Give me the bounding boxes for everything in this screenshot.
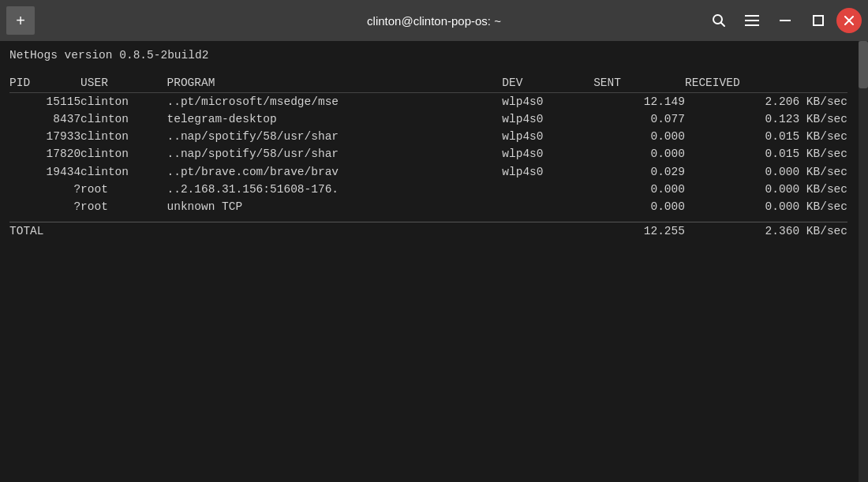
cell-sent: 0.029 [593, 163, 685, 181]
table-header: PID USER PROGRAM DEV SENT RECEIVED [9, 74, 847, 92]
cell-sent: 0.000 [593, 145, 685, 163]
total-label: TOTAL [9, 222, 593, 241]
titlebar: + clinton@clinton-pop-os: ~ [0, 0, 868, 41]
cell-program: ..2.168.31.156:51608-176. [167, 181, 503, 198]
cell-recv: 0.000 KB/sec [685, 181, 847, 198]
maximize-icon [813, 15, 824, 26]
cell-dev [502, 181, 593, 198]
maximize-button[interactable] [803, 6, 833, 35]
cell-dev: wlp4s0 [502, 163, 593, 181]
cell-dev [502, 198, 593, 215]
cell-sent: 0.077 [593, 110, 685, 128]
table-row: ? root unknown TCP 0.000 0.000 KB/sec [9, 198, 847, 215]
table-row: 19434 clinton ..pt/brave.com/brave/brav … [9, 163, 847, 181]
total-sent: 12.255 [593, 222, 685, 241]
scrollbar[interactable] [859, 41, 868, 482]
cell-user: clinton [80, 145, 166, 163]
version-line: NetHogs version 0.8.5-2build2 [9, 47, 847, 63]
separator-row [9, 216, 847, 222]
cell-sent: 0.000 [593, 128, 685, 145]
cell-program: ..pt/microsoft/msedge/mse [167, 92, 503, 110]
table-row: ? root ..2.168.31.156:51608-176. 0.000 0… [9, 181, 847, 198]
col-header-sent: SENT [593, 74, 685, 92]
cell-recv: 2.206 KB/sec [685, 92, 847, 110]
search-icon [712, 13, 726, 28]
table-row: 15115 clinton ..pt/microsoft/msedge/mse … [9, 92, 847, 110]
cell-pid: ? [9, 181, 80, 198]
cell-sent: 0.000 [593, 198, 685, 215]
cell-user: root [80, 198, 166, 215]
cell-recv: 0.000 KB/sec [685, 163, 847, 181]
cell-recv: 0.123 KB/sec [685, 110, 847, 128]
cell-user: clinton [80, 92, 166, 110]
cell-recv: 0.015 KB/sec [685, 145, 847, 163]
cell-pid: 8437 [9, 110, 80, 128]
cell-recv: 0.015 KB/sec [685, 128, 847, 145]
close-icon [844, 16, 854, 25]
cell-program: ..nap/spotify/58/usr/shar [167, 128, 503, 145]
col-header-user: USER [80, 74, 166, 92]
cell-sent: 12.149 [593, 92, 685, 110]
menu-button[interactable] [737, 6, 767, 35]
total-row: TOTAL 12.255 2.360 KB/sec [9, 222, 847, 241]
terminal-content: NetHogs version 0.8.5-2build2 PID USER P… [9, 47, 847, 240]
search-button[interactable] [704, 6, 734, 35]
nethogs-table: PID USER PROGRAM DEV SENT RECEIVED 15115… [9, 74, 847, 240]
table-body: 15115 clinton ..pt/microsoft/msedge/mse … [9, 92, 847, 240]
terminal[interactable]: NetHogs version 0.8.5-2build2 PID USER P… [0, 41, 868, 482]
cell-user: clinton [80, 110, 166, 128]
cell-program: unknown TCP [167, 198, 503, 215]
cell-user: clinton [80, 128, 166, 145]
cell-recv: 0.000 KB/sec [685, 198, 847, 215]
table-row: 17933 clinton ..nap/spotify/58/usr/shar … [9, 128, 847, 145]
cell-pid: ? [9, 198, 80, 215]
close-button[interactable] [836, 8, 862, 33]
cell-dev: wlp4s0 [502, 92, 593, 110]
titlebar-left: + [6, 6, 35, 35]
svg-rect-6 [814, 16, 823, 25]
table-row: 8437 clinton telegram-desktop wlp4s0 0.0… [9, 110, 847, 128]
cell-program: telegram-desktop [167, 110, 503, 128]
cell-program: ..nap/spotify/58/usr/shar [167, 145, 503, 163]
total-recv: 2.360 KB/sec [685, 222, 847, 241]
cell-pid: 17933 [9, 128, 80, 145]
cell-dev: wlp4s0 [502, 145, 593, 163]
cell-dev: wlp4s0 [502, 128, 593, 145]
titlebar-title: clinton@clinton-pop-os: ~ [367, 14, 501, 28]
cell-pid: 15115 [9, 92, 80, 110]
cell-pid: 17820 [9, 145, 80, 163]
scrollbar-thumb[interactable] [859, 41, 868, 88]
minimize-icon [780, 20, 791, 21]
cell-pid: 19434 [9, 163, 80, 181]
cell-user: clinton [80, 163, 166, 181]
col-header-received: RECEIVED [685, 74, 847, 92]
menu-icon [745, 15, 759, 26]
minimize-button[interactable] [770, 6, 800, 35]
col-header-dev: DEV [502, 74, 593, 92]
svg-line-1 [721, 23, 725, 27]
col-header-pid: PID [9, 74, 80, 92]
cell-program: ..pt/brave.com/brave/brav [167, 163, 503, 181]
titlebar-controls [704, 6, 862, 35]
cell-user: root [80, 181, 166, 198]
cell-dev: wlp4s0 [502, 110, 593, 128]
cell-sent: 0.000 [593, 181, 685, 198]
new-tab-button[interactable]: + [6, 6, 35, 35]
table-row: 17820 clinton ..nap/spotify/58/usr/shar … [9, 145, 847, 163]
col-header-program: PROGRAM [167, 74, 503, 92]
